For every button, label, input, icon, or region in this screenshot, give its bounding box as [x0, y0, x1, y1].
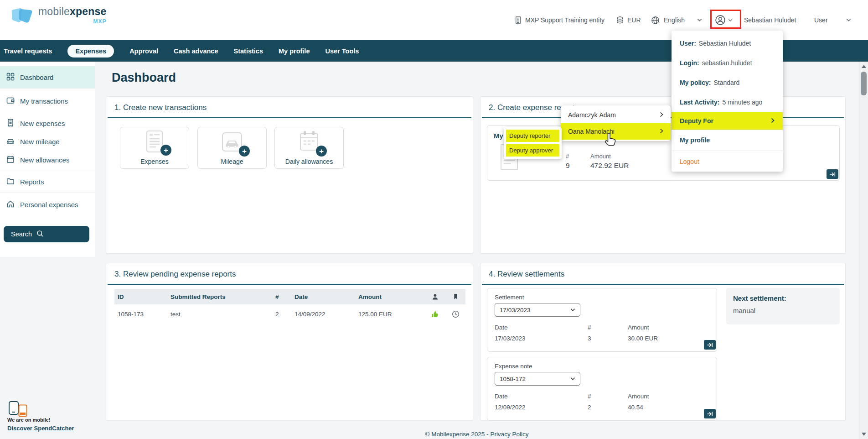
deputy-item-adamczyk[interactable]: Adamczyk Ädam — [561, 107, 671, 123]
create-daily-allowances-card[interactable]: + Daily allowances — [274, 127, 344, 169]
currency-selector[interactable]: EUR — [616, 0, 641, 40]
card-label: Mileage — [198, 158, 266, 165]
create-mileage-card[interactable]: + Mileage — [197, 127, 267, 169]
menu-item-logout[interactable]: Logout — [672, 151, 783, 172]
sidebar-item-label: New expenses — [20, 120, 65, 127]
chevron-right-icon — [660, 128, 663, 135]
bookmark-icon — [446, 293, 465, 300]
role-chevron[interactable] — [846, 0, 851, 40]
divider — [0, 88, 95, 89]
expense-note-select[interactable]: 1058-172 — [495, 372, 580, 386]
spendcatcher-link[interactable]: Discover SpendCatcher — [7, 425, 74, 432]
sidebar-item-dashboard[interactable]: Dashboard — [0, 66, 95, 88]
nav-travel-requests[interactable]: Travel requests — [4, 47, 52, 55]
sidebar-item-label: My transactions — [20, 97, 68, 105]
cell-amount: 125.00 EUR — [358, 311, 424, 318]
pending-reports-table: ID Submitted Reports # Date Amount 1058-… — [114, 289, 465, 324]
create-expenses-card[interactable]: + Expenses — [120, 127, 189, 169]
folder-icon — [6, 177, 15, 187]
chevron-down-icon — [570, 308, 575, 312]
panel-pending-reports: 3. Review pending expense reports ID Sub… — [106, 263, 473, 420]
logo-tagline: MXP — [93, 19, 106, 24]
table-row[interactable]: 1058-173 test 2 14/09/2022 125.00 EUR — [114, 304, 465, 324]
panel-title: 4. Review settlements — [482, 263, 844, 285]
cell-count: 2 — [275, 311, 294, 318]
globe-icon — [651, 16, 660, 25]
clock-icon[interactable] — [446, 310, 465, 318]
col-id: ID — [114, 293, 170, 300]
scrollbar-thumb[interactable] — [861, 72, 867, 95]
chevron-down-icon — [570, 377, 575, 381]
nav-statistics[interactable]: Statistics — [234, 47, 263, 55]
search-icon — [36, 230, 44, 239]
search-button[interactable]: Search — [4, 226, 89, 242]
col-date: Date — [294, 293, 358, 300]
nav-user-tools[interactable]: User Tools — [325, 47, 359, 55]
date-label: Date — [495, 393, 508, 400]
person-icon — [424, 293, 446, 300]
search-button-label: Search — [11, 230, 32, 238]
cell-id: 1058-173 — [114, 311, 170, 318]
grid-icon — [6, 73, 15, 82]
entity-selector[interactable]: MXP Support Training entity — [514, 0, 604, 40]
chevron-down-icon — [697, 18, 702, 22]
privacy-policy-link[interactable]: Privacy Policy — [490, 431, 528, 438]
home-icon — [6, 200, 15, 209]
currency-label: EUR — [627, 16, 641, 24]
panel-title: 3. Review pending expense reports — [108, 263, 471, 285]
nav-cash-advance[interactable]: Cash advance — [174, 47, 218, 55]
scroll-up-arrow-icon[interactable] — [862, 65, 866, 68]
thumbs-up-icon[interactable] — [424, 310, 446, 319]
nav-expenses[interactable]: Expenses — [67, 45, 114, 57]
date-value: 12/09/2022 — [495, 404, 526, 411]
panel-title: 1. Create new transactions — [108, 97, 471, 118]
sidebar-item-new-expenses[interactable]: New expenses — [0, 114, 95, 132]
menu-item-deputy-reporter[interactable]: Deputy reporter — [506, 130, 559, 142]
hand-cursor-icon — [604, 132, 617, 150]
menu-item-deputy-for[interactable]: Deputy For — [672, 112, 783, 130]
menu-policy-row: My policy: Standard — [672, 73, 783, 92]
divider — [0, 170, 95, 170]
sidebar-item-personal-expenses[interactable]: Personal expenses — [0, 194, 95, 214]
cell-submitted: test — [170, 311, 275, 318]
menu-item-deputy-approver[interactable]: Deputy approver — [506, 144, 559, 157]
sidebar-item-label: Reports — [20, 178, 44, 186]
open-report-arrow-button[interactable] — [827, 169, 838, 179]
open-expense-note-arrow-button[interactable] — [704, 409, 716, 418]
copyright-text: © Mobilexpense 2025 - — [425, 431, 489, 438]
sidebar-item-label: Dashboard — [20, 73, 53, 81]
building-icon — [514, 16, 522, 24]
calendar-icon — [6, 155, 15, 165]
open-settlement-arrow-button[interactable] — [704, 340, 716, 350]
expense-note-card: Expense note 1058-172 Date # Amount 12/0… — [487, 357, 717, 421]
nav-my-profile[interactable]: My profile — [279, 47, 310, 55]
nav-approval[interactable]: Approval — [129, 47, 158, 55]
cell-date: 14/09/2022 — [294, 311, 358, 318]
sidebar-item-new-allowances[interactable]: New allowances — [0, 151, 95, 169]
sidebar-item-reports[interactable]: Reports — [0, 172, 95, 192]
scroll-down-arrow-icon[interactable] — [862, 433, 866, 436]
settlement-card: Settlement 17/03/2023 Date # Amount 17/0… — [487, 288, 717, 352]
chevron-down-icon — [846, 18, 851, 22]
chevron-right-icon — [771, 117, 775, 125]
menu-activity-row: Last Activity: 5 minutes ago — [672, 92, 783, 112]
count-value: 9 — [566, 162, 570, 170]
next-settlement-box: Next settlement: manual — [726, 288, 840, 324]
card-title-partial: My — [494, 132, 503, 140]
menu-login-row: Login: sebastian.huludet — [672, 53, 783, 73]
role-selector[interactable]: User — [814, 0, 828, 40]
col-submitted-reports: Submitted Reports — [170, 293, 275, 300]
count-label: # — [588, 324, 591, 331]
sidebar-item-new-mileage[interactable]: New mileage — [0, 132, 95, 151]
settlement-select[interactable]: 17/03/2023 — [495, 303, 580, 317]
menu-item-my-profile[interactable]: My profile — [672, 130, 783, 151]
amount-value: 30.00 EUR — [628, 335, 658, 342]
sidebar-item-my-transactions[interactable]: My transactions — [0, 90, 95, 112]
logo-wordmark: mobilexpense — [38, 6, 106, 17]
vertical-scrollbar[interactable] — [859, 62, 868, 439]
user-dropdown-menu: User: Sebastian Huludet Login: sebastian… — [672, 31, 783, 172]
menu-user-row: User: Sebastian Huludet — [672, 33, 783, 53]
chevron-right-icon — [660, 111, 663, 119]
mobilexpense-logo[interactable]: mobilexpense MXP — [10, 6, 106, 29]
entity-label: MXP Support Training entity — [525, 16, 604, 24]
